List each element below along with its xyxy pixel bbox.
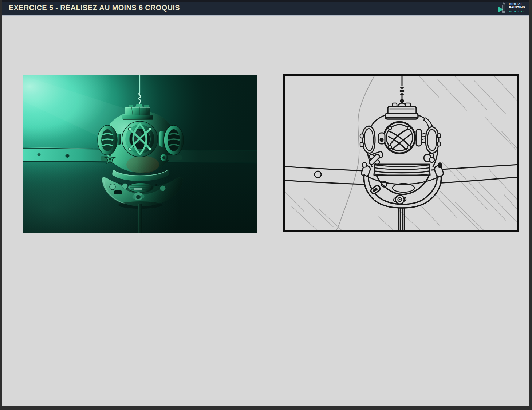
slide-canvas — [2, 15, 529, 406]
slide-title: EXERCICE 5 - RÉALISEZ AU MOINS 6 CROQUIS — [2, 3, 180, 12]
logo-painting: PAINTING — [509, 6, 525, 9]
helmet-sketch — [360, 74, 444, 231]
sketch-panel — [283, 74, 519, 232]
logo-text: DIGITAL PAINTING SCHOOL — [509, 3, 525, 13]
logo-school: SCHOOL — [509, 10, 525, 13]
diving-helmet-sketch — [283, 74, 519, 232]
title-bar: EXERCICE 5 - RÉALISEZ AU MOINS 6 CROQUIS… — [2, 0, 529, 15]
diving-helmet-photo — [23, 75, 257, 233]
page: { "header": { "title": "EXERCICE 5 - RÉA… — [0, 0, 532, 410]
reference-photo — [23, 75, 257, 233]
dps-logo: DIGITAL PAINTING SCHOOL — [498, 1, 525, 14]
pencil-play-icon — [498, 1, 507, 14]
